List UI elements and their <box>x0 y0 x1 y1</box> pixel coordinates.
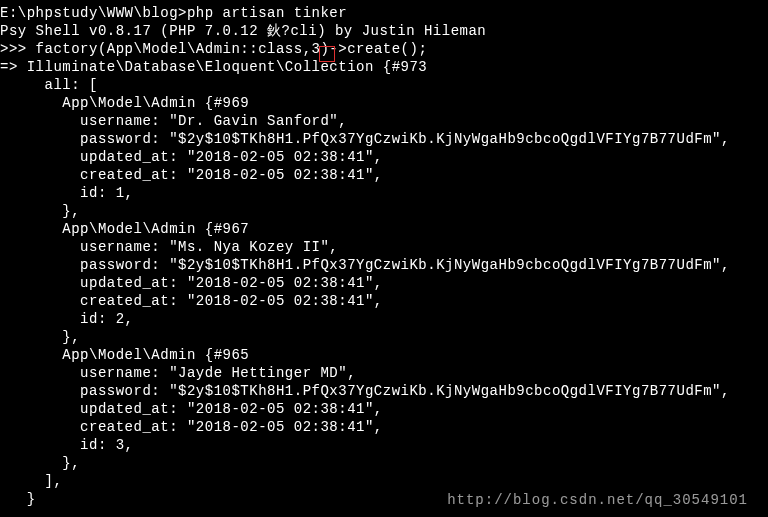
record-0-password_line: password: "$2y$10$TKh8H1.PfQx37YgCzwiKb.… <box>0 130 768 148</box>
terminal-output: E:\phpstudy\WWW\blog>php artisan tinker … <box>0 4 768 508</box>
record-0-close: }, <box>0 202 768 220</box>
record-1-updated_line: updated_at: "2018-02-05 02:38:41", <box>0 274 768 292</box>
record-1-username_line: username: "Ms. Nya Kozey II", <box>0 238 768 256</box>
record-0-username_line: username: "Dr. Gavin Sanford", <box>0 112 768 130</box>
command-pre: >>> factory(App\Model\Admin::class, <box>0 41 312 57</box>
command-line: >>> factory(App\Model\Admin::class,3)->c… <box>0 40 768 58</box>
record-0-created_line: created_at: "2018-02-05 02:38:41", <box>0 166 768 184</box>
record-2-id_line: id: 3, <box>0 436 768 454</box>
command-post: )->create(); <box>320 41 427 57</box>
record-1-created_line: created_at: "2018-02-05 02:38:41", <box>0 292 768 310</box>
output-array-close: ], <box>0 472 768 490</box>
record-0-id_line: id: 1, <box>0 184 768 202</box>
watermark: http://blog.csdn.net/qq_30549101 <box>447 491 748 509</box>
record-1-password_line: password: "$2y$10$TKh8H1.PfQx37YgCzwiKb.… <box>0 256 768 274</box>
record-1-id_line: id: 2, <box>0 310 768 328</box>
record-2-password_line: password: "$2y$10$TKh8H1.PfQx37YgCzwiKb.… <box>0 382 768 400</box>
prompt-line: E:\phpstudy\WWW\blog>php artisan tinker <box>0 4 768 22</box>
record-1-close: }, <box>0 328 768 346</box>
record-2-header: App\Model\Admin {#965 <box>0 346 768 364</box>
record-0-updated_line: updated_at: "2018-02-05 02:38:41", <box>0 148 768 166</box>
output-all-open: all: [ <box>0 76 768 94</box>
record-2-updated_line: updated_at: "2018-02-05 02:38:41", <box>0 400 768 418</box>
record-1-header: App\Model\Admin {#967 <box>0 220 768 238</box>
record-2-created_line: created_at: "2018-02-05 02:38:41", <box>0 418 768 436</box>
record-2-close: }, <box>0 454 768 472</box>
record-2-username_line: username: "Jayde Hettinger MD", <box>0 364 768 382</box>
record-0-header: App\Model\Admin {#969 <box>0 94 768 112</box>
output-collection-open: => Illuminate\Database\Eloquent\Collecti… <box>0 58 768 76</box>
shell-banner: Psy Shell v0.8.17 (PHP 7.0.12 鈥?cli) by … <box>0 22 768 40</box>
